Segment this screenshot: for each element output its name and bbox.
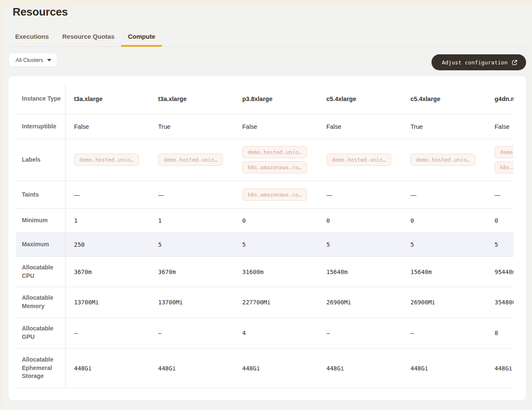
table-row-allocatable-gpu: Allocatable GPU — — 4 — — 8 xyxy=(16,318,513,349)
label-chip: demo.hosted.unio… xyxy=(410,154,475,166)
external-link-icon xyxy=(511,59,518,66)
table-cell: 5 xyxy=(234,241,318,248)
row-label: Allocatable GPU xyxy=(16,318,66,348)
table-row-instance-type: Instance Type t3a.xlarge t3a.xlarge p3.8… xyxy=(16,84,513,114)
table-cell: 0 xyxy=(486,217,513,224)
instance-type-header: c5.4xlarge xyxy=(402,96,486,102)
table-cell: — xyxy=(402,330,486,336)
instance-type-header: p3.8xlarge xyxy=(234,96,318,102)
row-label: Interruptible xyxy=(16,114,66,138)
table-cell: 13700Mi xyxy=(66,299,150,306)
row-label: Instance Type xyxy=(16,84,66,114)
adjust-configuration-button[interactable]: Adjust configuration xyxy=(431,54,526,70)
empty-value: — xyxy=(158,192,164,198)
table-row-allocatable-ephemeral-storage: Allocatable Ephemeral Storage 448Gi 448G… xyxy=(16,349,513,388)
label-chip: k8s.amazonaws.co… xyxy=(242,161,307,173)
table-cell: False xyxy=(318,123,402,130)
table-cell: — xyxy=(402,181,486,208)
tab-bar: Executions Resource Quotas Compute xyxy=(8,33,526,47)
table-cell: — xyxy=(318,330,402,336)
empty-value: — xyxy=(74,192,80,198)
table-cell: 15640m xyxy=(402,269,486,275)
label-chip: k8s.amazonaws.co… xyxy=(495,161,513,173)
table-cell: 448Gi xyxy=(150,365,234,372)
table-cell: 448Gi xyxy=(318,365,402,372)
table-scroll-area[interactable]: Instance Type t3a.xlarge t3a.xlarge p3.8… xyxy=(16,84,513,388)
table-cell: 26900Mi xyxy=(318,299,402,306)
cluster-filter-value: All Clusters xyxy=(16,57,43,63)
table-cell: 3670m xyxy=(150,269,234,275)
row-label: Minimum xyxy=(16,209,66,232)
table-cell: — xyxy=(150,330,234,336)
table-cell: 15640m xyxy=(318,269,402,275)
table-cell: — xyxy=(66,330,150,336)
instance-type-header: t3a.xlarge xyxy=(66,96,150,102)
table-cell: demo.hosted.unio… xyxy=(402,139,486,181)
table-cell: — xyxy=(486,181,513,208)
table-cell: 5 xyxy=(486,241,513,248)
table-cell: 448Gi xyxy=(66,365,150,372)
table-cell: — xyxy=(66,181,150,208)
table-cell: 13700Mi xyxy=(150,299,234,306)
table-cell: demo.hosted.unio… xyxy=(150,139,234,181)
table-cell: 8 xyxy=(486,330,513,336)
table-cell: 4 xyxy=(234,330,318,336)
table-cell: 0 xyxy=(402,217,486,224)
table-row-labels: Labels demo.hosted.unio… demo.hosted.uni… xyxy=(16,139,513,181)
instance-type-header: c5.4xlarge xyxy=(318,96,402,102)
label-chip: demo.hosted.unio… xyxy=(242,146,307,158)
table-cell: — xyxy=(150,181,234,208)
label-chip: demo.hosted.unio… xyxy=(158,154,223,166)
table-cell: True xyxy=(402,123,486,130)
table-row-minimum: Minimum 1 1 0 0 0 0 xyxy=(16,209,513,233)
label-chip: demo.hosted.unio… xyxy=(495,146,513,158)
table-row-allocatable-cpu: Allocatable CPU 3670m 3670m 31600m 15640… xyxy=(16,257,513,287)
table-cell: True xyxy=(150,123,234,130)
table-row-maximum: Maximum 250 5 5 5 5 5 xyxy=(16,233,513,257)
label-chip: demo.hosted.unio… xyxy=(326,154,391,166)
table-cell: 227700Mi xyxy=(234,299,318,306)
row-label: Allocatable Ephemeral Storage xyxy=(16,349,66,388)
row-label: Taints xyxy=(16,181,66,208)
table-cell: 0 xyxy=(318,217,402,224)
table-row-allocatable-memory: Allocatable Memory 13700Mi 13700Mi 22770… xyxy=(16,287,513,318)
adjust-configuration-label: Adjust configuration xyxy=(442,59,508,66)
table-cell: 5 xyxy=(402,241,486,248)
table-cell: 3670m xyxy=(66,269,150,275)
page-title: Resources xyxy=(13,5,526,19)
table-cell: demo.hosted.unio…k8s.amazonaws.co… xyxy=(234,139,318,181)
cluster-filter-dropdown[interactable]: All Clusters xyxy=(9,53,57,67)
tab-compute[interactable]: Compute xyxy=(121,33,162,47)
row-label: Allocatable Memory xyxy=(16,287,66,317)
row-label: Maximum xyxy=(16,233,66,256)
table-cell: False xyxy=(234,123,318,130)
compute-table-card: Instance Type t3a.xlarge t3a.xlarge p3.8… xyxy=(8,76,526,400)
empty-value: — xyxy=(495,192,500,198)
table-cell: 1 xyxy=(150,217,234,224)
table-cell: False xyxy=(486,123,513,130)
table-cell: 95440m xyxy=(486,269,513,275)
label-chip: demo.hosted.unio… xyxy=(74,154,139,166)
tab-executions[interactable]: Executions xyxy=(8,33,56,47)
table-cell: 5 xyxy=(150,241,234,248)
tab-resource-quotas[interactable]: Resource Quotas xyxy=(56,33,121,47)
instance-type-header: g4dn.metal xyxy=(486,96,513,102)
row-label: Labels xyxy=(16,139,66,181)
table-cell: k8s.amazonaws.co… xyxy=(234,181,318,208)
table-cell: — xyxy=(318,181,402,208)
table-cell: 250 xyxy=(66,241,150,248)
table-cell: 26900Mi xyxy=(402,299,486,306)
instance-comparison-table: Instance Type t3a.xlarge t3a.xlarge p3.8… xyxy=(16,84,513,388)
table-cell: False xyxy=(66,123,150,130)
empty-value: — xyxy=(410,192,416,198)
table-cell: 31600m xyxy=(234,269,318,275)
table-row-taints: Taints — — k8s.amazonaws.co… — — — xyxy=(16,181,513,209)
label-chip: k8s.amazonaws.co… xyxy=(242,189,307,201)
empty-value: — xyxy=(326,192,332,198)
table-cell: 354800Mi xyxy=(486,299,513,306)
table-cell: demo.hosted.unio…k8s.amazonaws.co… xyxy=(486,139,513,181)
controls-row: All Clusters Adjust configuration xyxy=(8,53,526,70)
table-cell: 448Gi xyxy=(402,365,486,372)
table-cell: 0 xyxy=(234,217,318,224)
table-cell: demo.hosted.unio… xyxy=(318,139,402,181)
